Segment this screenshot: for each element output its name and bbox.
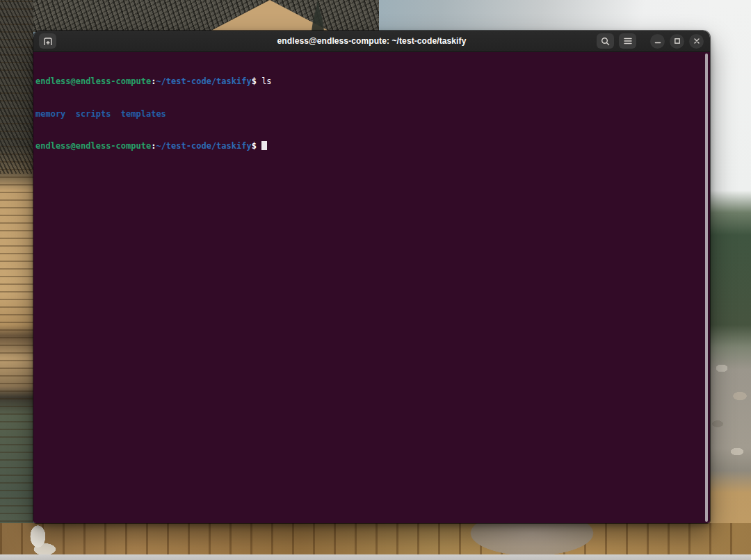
close-icon xyxy=(693,38,700,44)
menu-button[interactable] xyxy=(619,33,636,49)
prompt-user: endless@endless-compute xyxy=(35,76,151,86)
output-line: memoryscriptstemplates xyxy=(35,109,703,120)
prompt-dollar: $ xyxy=(252,141,257,151)
terminal-screen[interactable]: endless@endless-compute:~/test-code/task… xyxy=(33,52,710,523)
new-tab-button[interactable] xyxy=(39,33,56,49)
wallpaper-white-bird xyxy=(19,525,65,557)
directory-name: templates xyxy=(121,109,166,119)
wallpaper-bottom-strip xyxy=(0,554,751,560)
minimize-button[interactable] xyxy=(650,34,665,49)
command-text: ls xyxy=(261,76,271,86)
prompt-user: endless@endless-compute xyxy=(35,141,151,151)
prompt-line: endless@endless-compute:~/test-code/task… xyxy=(35,141,703,152)
maximize-icon xyxy=(674,38,681,44)
wallpaper-stone xyxy=(445,523,619,557)
titlebar[interactable]: endless@endless-compute: ~/test-code/tas… xyxy=(33,31,710,52)
search-button[interactable] xyxy=(597,33,614,49)
terminal-window: endless@endless-compute: ~/test-code/tas… xyxy=(33,31,710,523)
prompt-dollar: $ xyxy=(252,76,257,86)
directory-name: memory xyxy=(35,109,65,119)
scrollbar-thumb[interactable] xyxy=(705,53,708,522)
prompt-path: ~/test-code/taskify xyxy=(156,76,251,86)
prompt-path: ~/test-code/taskify xyxy=(156,141,251,151)
new-tab-icon xyxy=(43,37,53,46)
close-button[interactable] xyxy=(689,34,704,49)
minimize-icon xyxy=(654,38,661,44)
wallpaper-rocks xyxy=(709,347,751,486)
prompt-line: endless@endless-compute:~/test-code/task… xyxy=(35,76,703,88)
hamburger-menu-icon xyxy=(624,38,632,44)
directory-name: scripts xyxy=(76,109,111,119)
search-icon xyxy=(601,37,610,46)
maximize-button[interactable] xyxy=(670,34,684,49)
wallpaper-twigs-texture xyxy=(0,0,33,174)
cursor-block xyxy=(261,141,267,150)
